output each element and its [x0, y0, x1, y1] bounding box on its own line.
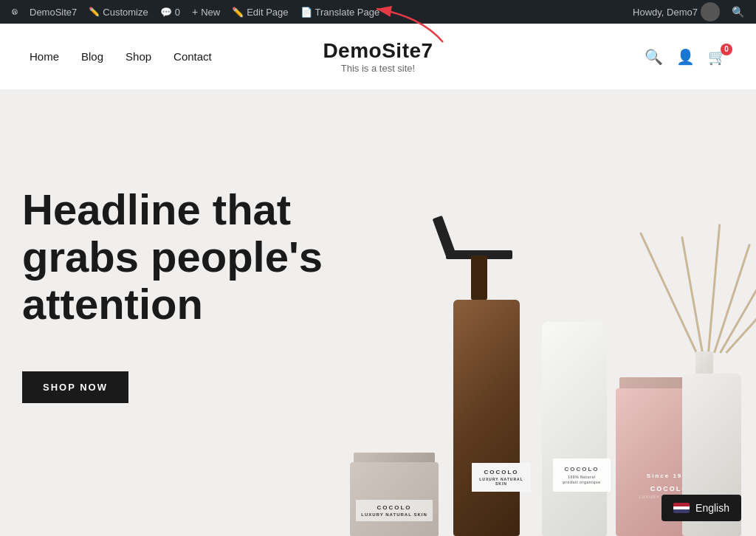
- hero-text-area: Headline that grabs people's attention S…: [22, 186, 406, 403]
- nav-item-contact[interactable]: Contact: [173, 50, 212, 63]
- admin-bar-comments[interactable]: 💬 0: [154, 0, 186, 24]
- pump-neck: [471, 255, 487, 300]
- product-white-bottle: COCOLO 100% Natural produit organique: [535, 255, 616, 536]
- reed-1: [639, 232, 698, 353]
- translate-label: Translate Page: [315, 7, 380, 18]
- plus-icon: +: [192, 6, 198, 18]
- admin-bar-translate[interactable]: 📄 Translate Page: [295, 0, 386, 24]
- pump-label: COCOLO LUXURY NATURAL SKIN: [472, 463, 531, 492]
- site-name-label: DemoSite7: [30, 7, 77, 18]
- wordpress-logo[interactable]: [6, 3, 24, 21]
- header-icons: 🔍 👤 🛒 0: [645, 48, 726, 66]
- hero-section: Headline that grabs people's attention S…: [0, 90, 756, 536]
- pump-brand: COCOLO: [475, 469, 528, 475]
- jar-brand: COCOLO: [359, 504, 430, 511]
- pump-sub: LUXURY NATURAL SKIN: [475, 477, 528, 486]
- user-avatar: [701, 2, 720, 21]
- site-header: Home Blog Shop Contact DemoSite7 This is…: [0, 24, 756, 90]
- pencil-icon: ✏️: [89, 7, 100, 17]
- reed-2: [681, 236, 704, 353]
- account-button[interactable]: 👤: [676, 48, 695, 66]
- nav-link-home[interactable]: Home: [30, 50, 59, 63]
- language-switcher[interactable]: English: [662, 495, 741, 521]
- white-sub1: 100% Natural: [556, 475, 608, 479]
- edit-page-label: Edit Page: [247, 7, 288, 18]
- customize-label: Customize: [103, 7, 148, 18]
- comment-icon: 💬: [160, 7, 172, 18]
- product-pump-bottle: COCOLO LUXURY NATURAL SKIN: [439, 226, 535, 536]
- site-tagline: This is a test site!: [323, 63, 433, 74]
- site-title: DemoSite7: [323, 39, 433, 63]
- reed-5: [719, 234, 756, 354]
- jar-label: COCOLO LUXURY NATURAL SKIN: [356, 500, 433, 521]
- us-flag-icon: [673, 503, 690, 513]
- reed-4: [713, 244, 751, 353]
- shop-now-button[interactable]: SHOP NOW: [22, 371, 128, 403]
- site-logo: DemoSite7 This is a test site!: [323, 39, 433, 74]
- admin-bar-edit-page[interactable]: ✏️ Edit Page: [226, 0, 294, 24]
- admin-bar: DemoSite7 ✏️ Customize 💬 0 + New ✏️ Edit…: [0, 0, 756, 24]
- product-diffuser: COCOLO: [675, 167, 749, 536]
- admin-bar-search[interactable]: 🔍: [726, 0, 750, 24]
- howdy-label: Howdy, Demo7: [633, 7, 698, 18]
- nav-item-blog[interactable]: Blog: [81, 50, 103, 63]
- nav-link-shop[interactable]: Shop: [126, 50, 151, 63]
- white-brand: COCOLO: [556, 466, 608, 473]
- new-label: New: [201, 7, 220, 18]
- nav-item-home[interactable]: Home: [30, 50, 59, 63]
- comments-count: 0: [175, 7, 180, 18]
- jar-sub: LUXURY NATURAL SKIN: [359, 512, 430, 517]
- jar-body: COCOLO LUXURY NATURAL SKIN: [350, 462, 439, 536]
- white-bottle-label: COCOLO 100% Natural produit organique: [553, 458, 611, 492]
- white-sub2: produit organique: [556, 480, 608, 484]
- product-jar-small: COCOLO LUXURY NATURAL SKIN: [350, 440, 439, 536]
- admin-bar-new[interactable]: + New: [186, 0, 226, 24]
- nav-link-contact[interactable]: Contact: [173, 50, 212, 63]
- nav-link-blog[interactable]: Blog: [81, 50, 103, 63]
- search-icon: 🔍: [732, 6, 744, 18]
- cart-button[interactable]: 🛒 0: [708, 48, 726, 66]
- language-label: English: [695, 502, 729, 514]
- nav-item-shop[interactable]: Shop: [126, 50, 151, 63]
- admin-bar-howdy[interactable]: Howdy, Demo7: [627, 0, 726, 24]
- admin-bar-site[interactable]: DemoSite7: [24, 0, 83, 24]
- search-button[interactable]: 🔍: [645, 48, 663, 66]
- hero-headline: Headline that grabs people's attention: [22, 186, 406, 327]
- cart-badge: 0: [721, 44, 732, 55]
- edit-icon: ✏️: [232, 7, 244, 18]
- translate-icon: 📄: [300, 7, 312, 18]
- admin-bar-customize[interactable]: ✏️ Customize: [83, 0, 154, 24]
- white-bottle-body: COCOLO 100% Natural produit organique: [542, 322, 607, 536]
- admin-bar-right: Howdy, Demo7 🔍: [627, 0, 750, 24]
- pump-body: COCOLO LUXURY NATURAL SKIN: [453, 300, 520, 536]
